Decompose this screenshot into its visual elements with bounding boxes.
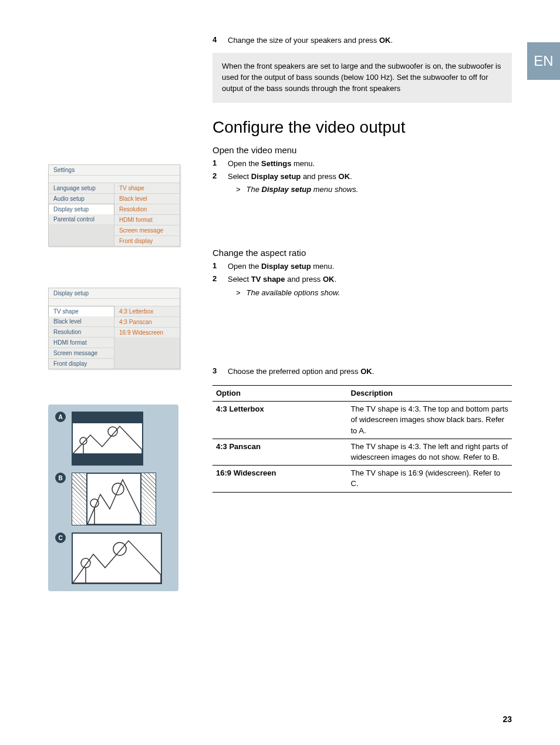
aspect-step-2: 2 Select TV shape and press OK. [212, 274, 512, 285]
settings-menu-screenshot: Settings Language setupAudio setupDispla… [48, 164, 180, 247]
option-name: 4:3 Letterbox [212, 402, 348, 439]
option-description: The TV shape is 16:9 (widescreen). Refer… [348, 466, 512, 492]
menu-item: 4:3 Panscan [114, 317, 180, 328]
aspect-step-1: 1 Open the Display setup menu. [212, 261, 512, 272]
menu-item: Audio setup [49, 194, 114, 204]
illustration-panscan: B [55, 473, 171, 525]
illustration-letterbox: A [55, 412, 171, 466]
badge-c: C [55, 532, 66, 543]
svg-point-6 [113, 542, 126, 555]
menu-item: Language setup [49, 183, 114, 194]
option-description: The TV shape is 4:3. The top and bottom … [348, 402, 512, 439]
illustration-widescreen: C [55, 532, 171, 584]
table-row: 16:9 WidescreenThe TV shape is 16:9 (wid… [212, 466, 512, 492]
menu-right-col: 4:3 Letterbox4:3 Panscan16:9 Widescreen [114, 306, 180, 369]
menu-item: Display setup [48, 204, 114, 215]
section-title: Configure the video output [212, 118, 512, 137]
open-video-result: The Display setup menu shows. [236, 184, 512, 195]
menu-item: 4:3 Letterbox [114, 306, 180, 317]
menu-item: HDMI format [49, 338, 114, 348]
badge-a: A [55, 412, 66, 422]
menu-left-col: Language setupAudio setupDisplay setupPa… [49, 183, 114, 246]
aspect-heading: Change the aspect ratio [212, 248, 512, 258]
language-tab: EN [527, 42, 560, 80]
option-name: 4:3 Panscan [212, 439, 348, 465]
menu-item: HDMI format [114, 215, 180, 225]
options-table: Option Description 4:3 LetterboxThe TV s… [212, 385, 512, 493]
menu-title: Settings [49, 165, 180, 175]
display-setup-menu-screenshot: Display setup TV shapeBlack levelResolut… [48, 288, 180, 369]
menu-item: Black level [114, 194, 180, 204]
aspect-result: The available options show. [236, 288, 512, 298]
page-number: 23 [502, 714, 512, 724]
right-column: 4 Change the size of your speakers and p… [212, 35, 512, 591]
open-video-heading: Open the video menu [212, 145, 512, 155]
menu-item: Front display [114, 236, 180, 246]
menu-item: TV shape [114, 183, 180, 194]
menu-item: Resolution [49, 327, 114, 338]
menu-left-col: TV shapeBlack levelResolutionHDMI format… [49, 306, 114, 369]
table-row: 4:3 LetterboxThe TV shape is 4:3. The to… [212, 402, 512, 439]
menu-item: Screen message [49, 348, 114, 359]
menu-title: Display setup [49, 288, 180, 298]
svg-point-4 [90, 499, 99, 507]
option-description: The TV shape is 4:3. The left and right … [348, 439, 512, 465]
menu-right-col: TV shapeBlack levelResolutionHDMI format… [114, 183, 180, 246]
menu-item: Resolution [114, 204, 180, 215]
left-column: Settings Language setupAudio setupDispla… [48, 35, 195, 591]
svg-point-3 [112, 483, 124, 495]
table-row: 4:3 PanscanThe TV shape is 4:3. The left… [212, 439, 512, 465]
table-header-description: Description [348, 386, 512, 402]
step-4: 4 Change the size of your speakers and p… [212, 35, 512, 46]
menu-item: Screen message [114, 225, 180, 236]
open-video-step-2: 2 Select Display setup and press OK. [212, 171, 512, 182]
svg-point-1 [80, 437, 87, 444]
menu-item: Front display [49, 359, 114, 369]
open-video-step-1: 1 Open the Settings menu. [212, 159, 512, 169]
menu-item: TV shape [48, 306, 114, 317]
step-3-choose: 3 Choose the preferred option and press … [212, 366, 512, 377]
tv-shape-illustration: A [48, 404, 178, 591]
option-name: 16:9 Widescreen [212, 466, 348, 492]
svg-point-7 [81, 558, 90, 568]
table-header-option: Option [212, 386, 348, 402]
menu-item: Black level [49, 316, 114, 327]
badge-b: B [55, 473, 66, 483]
note-box: When the front speakers are set to large… [212, 53, 512, 103]
menu-item: Parental control [49, 214, 114, 224]
menu-item: 16:9 Widescreen [114, 328, 180, 338]
